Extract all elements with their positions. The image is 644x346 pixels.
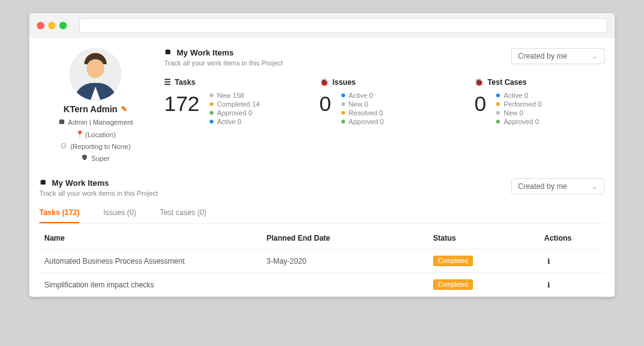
table-header: Name Planned End Date Status Actions [39, 228, 605, 249]
table-row[interactable]: Simplification item impact checksComplet… [39, 273, 605, 297]
briefcase-icon [58, 118, 65, 127]
profile-reporting: ⚇ (Reporting to None) [61, 142, 131, 150]
col-status: Status [433, 234, 544, 243]
workitems-header-top: My Work Items Track all your work items … [164, 48, 605, 67]
chevron-down-icon: ⌄ [592, 52, 598, 60]
cell-status: Completed [433, 279, 544, 290]
workitems-subtitle: Track all your work items in this Projec… [39, 190, 158, 197]
hierarchy-icon: ⚇ [61, 142, 67, 150]
stat-bullet: Active 0 [341, 92, 384, 99]
cell-status: Completed [433, 256, 544, 266]
browser-titlebar [29, 13, 615, 38]
chevron-down-icon: ⌄ [592, 182, 598, 191]
stat-bullet: Resolved 0 [341, 109, 384, 117]
workitems-header-bottom: My Work Items Track all your work items … [39, 178, 605, 197]
testcases-count: 0 [474, 92, 486, 116]
stat-bullet: Active 0 [496, 92, 542, 99]
cell-actions: ℹ [544, 257, 600, 266]
stat-bullet: New 158 [210, 92, 260, 99]
issues-bullets: Active 0New 0Resolved 0Approved 0 [341, 92, 384, 127]
workitems-section: My Work Items Track all your work items … [39, 175, 605, 297]
tasks-count: 172 [164, 92, 200, 116]
stat-bullet: Performed 0 [496, 100, 542, 108]
stat-bullet: Completed 14 [210, 100, 260, 108]
status-badge: Completed [433, 256, 473, 266]
tab-tasks[interactable]: Tasks (172) [39, 203, 79, 223]
window-controls [37, 22, 67, 29]
info-icon[interactable]: ℹ [544, 257, 553, 266]
tasks-table: Name Planned End Date Status Actions Aut… [39, 228, 605, 297]
tasks-bullets: New 158Completed 14Approved 0Active 0 [210, 92, 260, 127]
stat-bullet: New 0 [341, 100, 384, 108]
bug-icon: 🐞 [320, 78, 329, 87]
stat-bullet: Approved 0 [341, 118, 384, 125]
cell-name: Automated Business Process Assessment [44, 257, 266, 266]
minimize-icon[interactable] [48, 22, 56, 29]
table-row[interactable]: Automated Business Process Assessment3-M… [39, 249, 605, 273]
stats-row: ☰ Tasks 172 New 158Completed 14Approved … [164, 78, 605, 127]
tab-test[interactable]: Test cases (0) [160, 203, 207, 223]
shield-icon [81, 154, 88, 162]
profile-location: 📍 (Location) [76, 130, 116, 138]
cell-actions: ℹ [544, 281, 600, 289]
stat-bullet: Approved 0 [496, 118, 542, 125]
profile-role: Admin | Management [58, 118, 133, 127]
tabs: Tasks (172)Issues (0)Test cases (0) [39, 203, 605, 224]
address-bar[interactable] [79, 18, 607, 33]
profile-name-row: KTern Admin ✎ [64, 104, 127, 114]
overview-panel: My Work Items Track all your work items … [164, 48, 605, 162]
stat-tasks: ☰ Tasks 172 New 158Completed 14Approved … [164, 78, 295, 127]
info-icon[interactable]: ℹ [544, 281, 553, 289]
cell-name: Simplification item impact checks [44, 281, 266, 289]
browser-window: KTern Admin ✎ Admin | Management 📍 (Loca… [29, 12, 615, 297]
top-section: KTern Admin ✎ Admin | Management 📍 (Loca… [39, 48, 605, 175]
table-body: Automated Business Process Assessment3-M… [39, 249, 605, 297]
workitems-subtitle: Track all your work items in this Projec… [164, 59, 283, 67]
stat-bullet: New 0 [496, 109, 542, 117]
col-actions: Actions [544, 234, 600, 243]
stat-bullet: Approved 0 [210, 109, 260, 117]
col-date: Planned End Date [266, 234, 433, 243]
filter-dropdown-top[interactable]: Created by me ⌄ [511, 48, 605, 64]
tab-issues[interactable]: Issues (0) [103, 203, 136, 223]
list-icon: ☰ [164, 78, 171, 87]
page-content: KTern Admin ✎ Admin | Management 📍 (Loca… [29, 38, 615, 297]
profile-name: KTern Admin [64, 104, 117, 114]
stat-testcases: 🐞 Test Cases 0 Active 0Performed 0New 0A… [474, 78, 605, 127]
briefcase-icon [39, 178, 47, 188]
status-badge: Completed [433, 279, 473, 290]
bug-icon: 🐞 [474, 78, 484, 87]
cell-date: 3-May-2020 [266, 257, 433, 266]
workitems-title: My Work Items [39, 178, 158, 188]
stat-issues: 🐞 Issues 0 Active 0New 0Resolved 0Approv… [320, 78, 450, 127]
stat-bullet: Active 0 [210, 118, 260, 125]
pin-icon: 📍 [76, 130, 82, 138]
profile-level: Super [81, 154, 109, 162]
filter-dropdown-bottom[interactable]: Created by me ⌄ [511, 178, 605, 195]
issues-count: 0 [320, 92, 331, 116]
profile-card: KTern Admin ✎ Admin | Management 📍 (Loca… [39, 48, 152, 162]
workitems-title: My Work Items [164, 48, 283, 57]
testcases-bullets: Active 0Performed 0New 0Approved 0 [496, 92, 542, 127]
briefcase-icon [164, 48, 172, 57]
close-icon[interactable] [37, 22, 44, 29]
pencil-icon[interactable]: ✎ [121, 105, 127, 113]
col-name: Name [44, 234, 266, 243]
avatar [69, 48, 122, 100]
maximize-icon[interactable] [59, 22, 67, 29]
